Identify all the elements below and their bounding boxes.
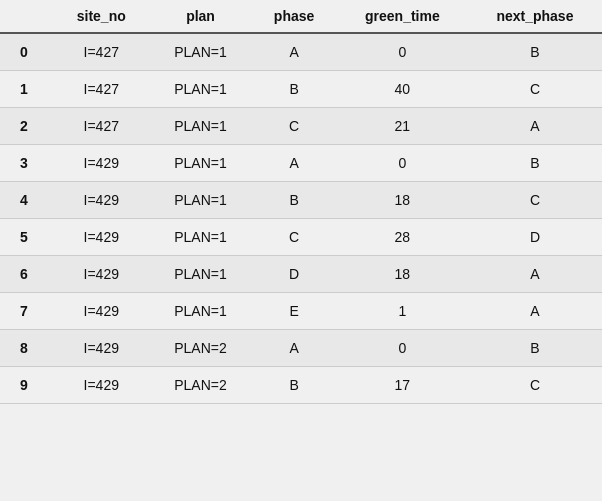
cell-phase-2: C xyxy=(251,108,337,145)
cell-index-0: 0 xyxy=(0,33,53,71)
table-row: 7I=429PLAN=1E1A xyxy=(0,293,602,330)
table-row: 4I=429PLAN=1B18C xyxy=(0,182,602,219)
cell-site_no-6: I=429 xyxy=(53,256,150,293)
table-row: 3I=429PLAN=1A0B xyxy=(0,145,602,182)
cell-next_phase-2: A xyxy=(468,108,602,145)
cell-phase-3: A xyxy=(251,145,337,182)
cell-plan-4: PLAN=1 xyxy=(150,182,252,219)
cell-plan-8: PLAN=2 xyxy=(150,330,252,367)
col-header-plan: plan xyxy=(150,0,252,33)
cell-plan-0: PLAN=1 xyxy=(150,33,252,71)
cell-phase-0: A xyxy=(251,33,337,71)
cell-green_time-5: 28 xyxy=(337,219,468,256)
cell-index-7: 7 xyxy=(0,293,53,330)
cell-next_phase-7: A xyxy=(468,293,602,330)
cell-plan-3: PLAN=1 xyxy=(150,145,252,182)
table-row: 6I=429PLAN=1D18A xyxy=(0,256,602,293)
cell-site_no-7: I=429 xyxy=(53,293,150,330)
cell-phase-1: B xyxy=(251,71,337,108)
cell-green_time-4: 18 xyxy=(337,182,468,219)
cell-index-6: 6 xyxy=(0,256,53,293)
cell-index-4: 4 xyxy=(0,182,53,219)
table-container: site_no plan phase green_time next_phase… xyxy=(0,0,602,404)
cell-next_phase-1: C xyxy=(468,71,602,108)
cell-green_time-8: 0 xyxy=(337,330,468,367)
cell-site_no-8: I=429 xyxy=(53,330,150,367)
cell-plan-5: PLAN=1 xyxy=(150,219,252,256)
data-table: site_no plan phase green_time next_phase… xyxy=(0,0,602,404)
table-row: 1I=427PLAN=1B40C xyxy=(0,71,602,108)
cell-site_no-5: I=429 xyxy=(53,219,150,256)
cell-index-9: 9 xyxy=(0,367,53,404)
cell-phase-5: C xyxy=(251,219,337,256)
cell-green_time-6: 18 xyxy=(337,256,468,293)
cell-site_no-2: I=427 xyxy=(53,108,150,145)
cell-plan-9: PLAN=2 xyxy=(150,367,252,404)
cell-next_phase-4: C xyxy=(468,182,602,219)
cell-index-3: 3 xyxy=(0,145,53,182)
cell-green_time-0: 0 xyxy=(337,33,468,71)
cell-next_phase-8: B xyxy=(468,330,602,367)
cell-next_phase-0: B xyxy=(468,33,602,71)
col-header-green-time: green_time xyxy=(337,0,468,33)
table-row: 2I=427PLAN=1C21A xyxy=(0,108,602,145)
table-row: 9I=429PLAN=2B17C xyxy=(0,367,602,404)
table-row: 0I=427PLAN=1A0B xyxy=(0,33,602,71)
table-header-row: site_no plan phase green_time next_phase xyxy=(0,0,602,33)
col-header-index xyxy=(0,0,53,33)
cell-index-5: 5 xyxy=(0,219,53,256)
cell-green_time-9: 17 xyxy=(337,367,468,404)
cell-phase-7: E xyxy=(251,293,337,330)
cell-next_phase-3: B xyxy=(468,145,602,182)
col-header-site-no: site_no xyxy=(53,0,150,33)
cell-green_time-3: 0 xyxy=(337,145,468,182)
cell-site_no-3: I=429 xyxy=(53,145,150,182)
cell-site_no-0: I=427 xyxy=(53,33,150,71)
cell-green_time-7: 1 xyxy=(337,293,468,330)
cell-phase-6: D xyxy=(251,256,337,293)
cell-site_no-4: I=429 xyxy=(53,182,150,219)
table-row: 5I=429PLAN=1C28D xyxy=(0,219,602,256)
cell-phase-8: A xyxy=(251,330,337,367)
cell-next_phase-9: C xyxy=(468,367,602,404)
cell-index-8: 8 xyxy=(0,330,53,367)
cell-phase-4: B xyxy=(251,182,337,219)
table-row: 8I=429PLAN=2A0B xyxy=(0,330,602,367)
cell-plan-7: PLAN=1 xyxy=(150,293,252,330)
cell-plan-6: PLAN=1 xyxy=(150,256,252,293)
col-header-next-phase: next_phase xyxy=(468,0,602,33)
cell-site_no-9: I=429 xyxy=(53,367,150,404)
cell-plan-2: PLAN=1 xyxy=(150,108,252,145)
cell-green_time-2: 21 xyxy=(337,108,468,145)
cell-green_time-1: 40 xyxy=(337,71,468,108)
cell-next_phase-5: D xyxy=(468,219,602,256)
cell-index-2: 2 xyxy=(0,108,53,145)
col-header-phase: phase xyxy=(251,0,337,33)
cell-site_no-1: I=427 xyxy=(53,71,150,108)
cell-phase-9: B xyxy=(251,367,337,404)
cell-next_phase-6: A xyxy=(468,256,602,293)
cell-plan-1: PLAN=1 xyxy=(150,71,252,108)
cell-index-1: 1 xyxy=(0,71,53,108)
